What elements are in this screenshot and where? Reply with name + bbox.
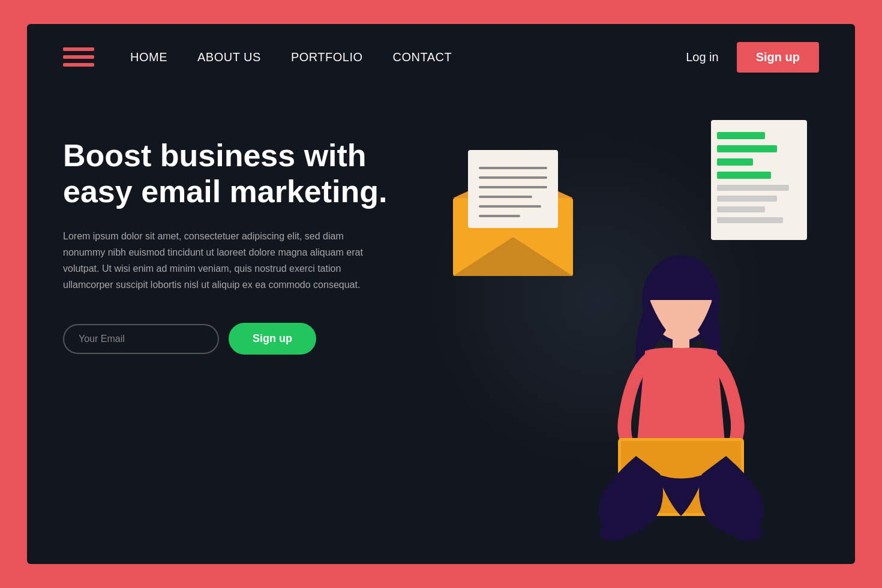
nav-links: HOME ABOUT US PORTFOLIO CONTACT — [130, 50, 686, 64]
navbar: HOME ABOUT US PORTFOLIO CONTACT Log in S… — [27, 24, 855, 90]
woman-illustration — [561, 252, 801, 552]
email-form: Sign up — [63, 323, 399, 355]
svg-point-27 — [733, 524, 763, 541]
document-illustration — [711, 120, 807, 240]
hero-left: Boost business with easy email marketing… — [63, 114, 399, 355]
hero-section: Boost business with easy email marketing… — [27, 90, 855, 564]
svg-rect-15 — [717, 185, 789, 191]
nav-contact[interactable]: CONTACT — [393, 50, 452, 64]
nav-right: Log in Sign up — [686, 42, 819, 73]
nav-about[interactable]: ABOUT US — [197, 50, 261, 64]
page-frame: HOME ABOUT US PORTFOLIO CONTACT Log in S… — [27, 24, 855, 564]
nav-home[interactable]: HOME — [130, 50, 167, 64]
signup-nav-button[interactable]: Sign up — [737, 42, 819, 73]
svg-rect-16 — [717, 196, 777, 202]
svg-rect-13 — [717, 158, 753, 166]
svg-rect-17 — [717, 206, 765, 212]
hero-title: Boost business with easy email marketing… — [63, 138, 399, 210]
svg-point-26 — [599, 524, 629, 541]
nav-portfolio[interactable]: PORTFOLIO — [291, 50, 363, 64]
login-button[interactable]: Log in — [686, 50, 719, 64]
hero-description: Lorem ipsum dolor sit amet, consectetuer… — [63, 228, 375, 293]
svg-rect-11 — [717, 132, 765, 139]
svg-rect-18 — [717, 217, 783, 223]
svg-rect-12 — [717, 145, 777, 152]
email-input[interactable] — [63, 324, 219, 354]
hamburger-menu-icon[interactable] — [63, 47, 94, 67]
signup-hero-button[interactable]: Sign up — [229, 323, 316, 355]
svg-rect-14 — [717, 172, 771, 179]
hero-right — [399, 114, 819, 564]
envelope-illustration — [447, 138, 579, 282]
